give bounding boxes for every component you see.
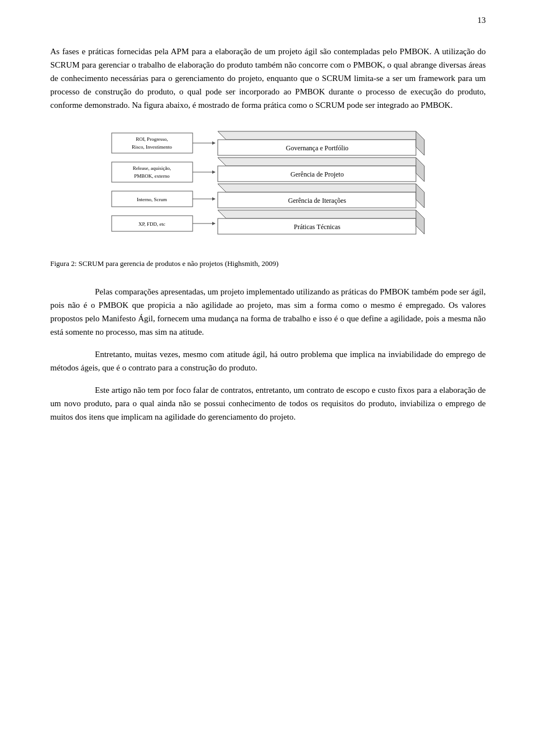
svg-marker-24	[416, 184, 424, 208]
page: 13 As fases e práticas fornecidas pela A…	[0, 0, 536, 756]
figure-2: ROI, Progresso, Risco, Investimento Rele…	[50, 129, 486, 268]
svg-marker-20	[416, 158, 424, 182]
svg-text:Governança e Portfólio: Governança e Portfólio	[286, 144, 348, 152]
svg-text:XP, FDD, etc: XP, FDD, etc	[138, 221, 165, 227]
svg-marker-26	[218, 210, 424, 218]
svg-marker-18	[218, 158, 424, 166]
svg-text:PMBOK, externo: PMBOK, externo	[134, 173, 170, 179]
svg-marker-16	[416, 131, 424, 155]
figure-caption: Figura 2: SCRUM para gerencia de produto…	[50, 259, 486, 268]
svg-marker-14	[218, 131, 424, 140]
page-number: 13	[477, 16, 486, 25]
svg-marker-22	[218, 184, 424, 192]
paragraph-4: Este artigo não tem por foco falar de co…	[50, 383, 486, 424]
paragraph-3: Entretanto, muitas vezes, mesmo com atit…	[50, 348, 486, 374]
svg-text:Interno, Scrum: Interno, Scrum	[137, 197, 167, 202]
svg-text:ROI, Progresso,: ROI, Progresso,	[136, 136, 168, 142]
paragraph-1: As fases e práticas fornecidas pela APM …	[50, 45, 486, 112]
svg-text:Gerência de Projeto: Gerência de Projeto	[290, 170, 343, 178]
paragraph-2: Pelas comparações apresentadas, um proje…	[50, 285, 486, 339]
svg-text:Práticas Técnicas: Práticas Técnicas	[294, 223, 341, 231]
svg-marker-28	[416, 210, 424, 234]
main-content: As fases e práticas fornecidas pela APM …	[50, 45, 486, 424]
svg-text:Gerência de Iterações: Gerência de Iterações	[288, 197, 346, 205]
diagram-container: ROI, Progresso, Risco, Investimento Rele…	[106, 129, 430, 251]
svg-text:Risco, Investimento: Risco, Investimento	[132, 144, 172, 150]
svg-text:Release, aquisição,: Release, aquisição,	[133, 165, 171, 171]
diagram-svg: ROI, Progresso, Risco, Investimento Rele…	[106, 129, 430, 251]
